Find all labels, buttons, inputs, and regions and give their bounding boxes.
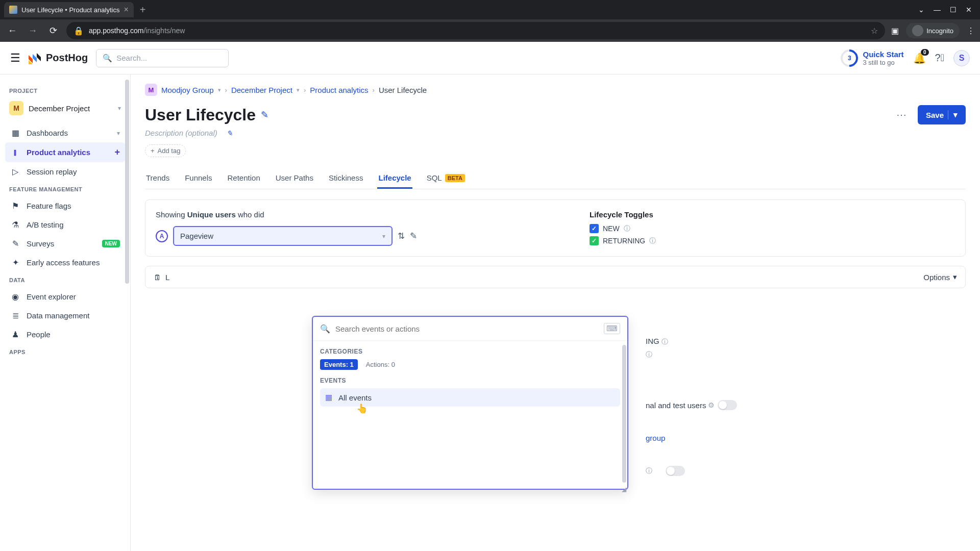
edit-icon[interactable]: ✎ <box>227 129 233 137</box>
breadcrumb-org[interactable]: M Moodjoy Group ▾ <box>145 84 221 96</box>
category-events[interactable]: Events: 1 <box>320 359 358 370</box>
tab-trends[interactable]: Trends <box>145 168 170 189</box>
help-button[interactable]: ?⃝ <box>935 52 944 64</box>
search-icon: 🔍 <box>320 324 330 334</box>
tab-stickiness[interactable]: Stickiness <box>328 168 364 189</box>
breadcrumb-area[interactable]: Product analytics <box>310 86 368 94</box>
close-tab-icon[interactable]: × <box>124 5 128 14</box>
toggles-title: Lifecycle Toggles <box>590 210 656 219</box>
menu-icon[interactable]: ☰ <box>10 52 20 65</box>
tab-funnels[interactable]: Funnels <box>184 168 213 189</box>
panel-icon[interactable]: ▣ <box>891 26 899 36</box>
sidebar-item-session-replay[interactable]: ▷ Session replay <box>5 162 125 181</box>
popup-scrollbar[interactable] <box>622 345 626 483</box>
options-button[interactable]: Options ▾ <box>923 272 957 282</box>
maximize-icon[interactable]: ☐ <box>950 6 957 14</box>
events-label: EVENTS <box>320 377 620 384</box>
chevron-down-icon[interactable]: ▾ <box>218 87 221 93</box>
bookmark-icon[interactable]: ☆ <box>871 26 878 36</box>
sidebar-item-product-analytics[interactable]: ⫿ Product analytics + <box>5 142 125 162</box>
resize-handle-icon[interactable]: ◢ <box>622 486 626 493</box>
sidebar-item-people[interactable]: ♟People <box>5 325 125 344</box>
filter-group-link[interactable]: group <box>646 434 665 442</box>
new-tab-button[interactable]: + <box>134 4 152 16</box>
keyboard-icon[interactable]: ⌨ <box>604 323 620 334</box>
chevron-right-icon: › <box>304 86 306 94</box>
notifications-button[interactable]: 🔔0 <box>913 52 926 64</box>
description-placeholder[interactable]: Description (optional) <box>145 129 217 137</box>
tab-retention[interactable]: Retention <box>227 168 261 189</box>
info-icon[interactable]: ⓘ <box>662 338 668 345</box>
tab-sql[interactable]: SQLBETA <box>426 168 466 189</box>
sidebar-item-feature-flags[interactable]: ⚑Feature flags <box>5 196 125 215</box>
toggle-switch[interactable] <box>718 400 737 410</box>
info-icon[interactable]: ⓘ <box>646 350 652 358</box>
section-apps: APPS <box>5 344 125 359</box>
toggle-new[interactable]: ✓ NEW ⓘ <box>590 224 656 233</box>
gear-icon[interactable]: ⚙ <box>708 401 715 409</box>
plus-icon[interactable]: + <box>114 147 120 158</box>
toggle-switch[interactable] <box>666 466 685 476</box>
reload-button[interactable]: ⟳ <box>46 25 60 36</box>
quickstart-subtitle: 3 still to go <box>863 59 904 66</box>
sidebar-item-dashboards[interactable]: ▦ Dashboards ▾ <box>5 123 125 142</box>
chevron-down-icon[interactable]: ⌄ <box>918 6 924 14</box>
info-icon[interactable]: ⓘ <box>624 224 630 233</box>
date-range-button[interactable]: 🗓 L <box>154 273 169 282</box>
event-search-input[interactable] <box>335 324 599 333</box>
chevron-down-icon[interactable]: ▾ <box>117 130 120 137</box>
minimize-icon[interactable]: — <box>934 6 941 14</box>
toggle-returning[interactable]: ✓ RETURNING ⓘ <box>590 236 656 245</box>
search-icon: 🔍 <box>103 54 112 63</box>
edit-icon[interactable]: ✎ <box>410 231 417 241</box>
forward-button[interactable]: → <box>26 26 40 36</box>
sidebar-item-early-access[interactable]: ✦Early access features <box>5 253 125 272</box>
sidebar-scrollbar[interactable] <box>125 80 129 284</box>
svg-marker-3 <box>37 53 41 61</box>
info-icon[interactable]: ⓘ <box>646 466 652 475</box>
chevron-down-icon[interactable]: ▾ <box>297 87 300 93</box>
add-tag-button[interactable]: + Add tag <box>145 144 186 157</box>
people-icon: ♟ <box>10 330 20 339</box>
back-button[interactable]: ← <box>5 26 19 36</box>
checkbox-checked-icon[interactable]: ✓ <box>590 236 599 245</box>
tab-lifecycle[interactable]: Lifecycle <box>377 168 412 189</box>
info-icon[interactable]: ⓘ <box>649 236 656 245</box>
sidebar-item-data-management[interactable]: ≣Data management <box>5 306 125 325</box>
chevron-right-icon: › <box>225 86 227 94</box>
notification-count: 0 <box>921 49 929 56</box>
user-avatar[interactable]: S <box>953 50 970 66</box>
save-button[interactable]: Save ▾ <box>918 105 966 124</box>
app-topbar: ☰ PostHog 🔍 Search... 3 Quick Start 3 st… <box>0 42 980 74</box>
event-dropdown: 🔍 ⌨ CATEGORIES Events: 1 Actions: 0 EVEN… <box>312 316 628 490</box>
chevron-down-icon[interactable]: ▾ <box>948 110 958 119</box>
browser-tab[interactable]: User Lifecycle • Product analytics × <box>4 2 134 17</box>
event-selector[interactable]: Pageview ▾ <box>173 226 393 246</box>
svg-marker-2 <box>33 54 37 62</box>
search-input[interactable]: 🔍 Search... <box>96 49 229 67</box>
plus-icon: + <box>151 147 155 155</box>
tab-user-paths[interactable]: User Paths <box>275 168 314 189</box>
breadcrumb-project[interactable]: December Project ▾ <box>231 86 300 94</box>
address-bar[interactable]: 🔒 app.posthog.com/insights/new ☆ <box>66 22 885 39</box>
checkbox-checked-icon[interactable]: ✓ <box>590 224 599 233</box>
sidebar: PROJECT M December Project ▾ ▦ Dashboard… <box>0 74 131 551</box>
category-actions[interactable]: Actions: 0 <box>362 359 399 370</box>
url-host: app.posthog.com <box>89 27 143 35</box>
project-selector[interactable]: M December Project ▾ <box>5 98 125 118</box>
edit-icon[interactable]: ✎ <box>261 109 268 120</box>
sidebar-item-ab-testing[interactable]: ⚗A/B testing <box>5 215 125 234</box>
survey-icon: ✎ <box>10 239 20 248</box>
sidebar-item-event-explorer[interactable]: ◉Event explorer <box>5 287 125 306</box>
close-window-icon[interactable]: ✕ <box>966 6 972 14</box>
filter-icon[interactable]: ⇅ <box>398 231 405 241</box>
sidebar-item-surveys[interactable]: ✎SurveysNEW <box>5 234 125 253</box>
incognito-badge[interactable]: Incognito <box>906 23 960 38</box>
more-button[interactable]: ⋯ <box>892 106 911 124</box>
browser-menu-icon[interactable]: ⋮ <box>967 26 975 36</box>
categories-label: CATEGORIES <box>320 348 620 355</box>
logo[interactable]: PostHog <box>29 52 88 64</box>
live-icon: ◉ <box>10 292 20 302</box>
quickstart[interactable]: 3 Quick Start 3 still to go <box>841 49 904 67</box>
event-option-all[interactable]: ▦ All events <box>320 388 620 407</box>
